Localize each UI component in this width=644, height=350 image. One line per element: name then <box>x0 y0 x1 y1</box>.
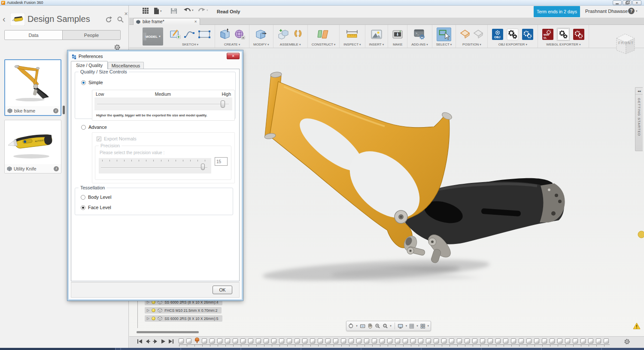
tab-size-quality[interactable]: Size / Quality <box>71 61 108 69</box>
timeline-feature-slot[interactable] <box>202 338 207 344</box>
window-close-button[interactable]: ✕ <box>632 0 641 5</box>
browser-item-bearing-5[interactable]: ▷ SS 6000 2RS (8 X 10 X 26mm):5 <box>145 315 222 322</box>
timeline-feature-slot[interactable] <box>426 338 431 344</box>
dialog-titlebar[interactable]: Preferences <box>69 52 242 61</box>
timeline-feature-slot[interactable] <box>287 338 292 344</box>
grid-snap-icon[interactable] <box>409 323 414 329</box>
rectangle-tool-icon[interactable] <box>198 30 211 39</box>
timeline-feature-slot[interactable] <box>295 338 300 344</box>
timeline-feature-slot[interactable] <box>318 338 323 344</box>
create-sketch-icon[interactable] <box>170 29 181 40</box>
tab-data[interactable]: Data <box>5 30 62 40</box>
face-level-radio-row[interactable]: Face Level <box>81 205 111 210</box>
timeline-feature-slot[interactable] <box>256 338 261 344</box>
timeline-feature-slot[interactable] <box>441 338 447 344</box>
timeline-feature-slot[interactable] <box>449 338 454 344</box>
timeline-feature-slot[interactable] <box>604 338 609 344</box>
timeline-feature-slot[interactable] <box>233 338 238 344</box>
insert-image-icon[interactable] <box>371 29 383 40</box>
press-pull-icon[interactable] <box>255 28 267 40</box>
ribbon-group-label[interactable]: INSERT <box>369 43 382 46</box>
save-button[interactable] <box>170 7 177 14</box>
slider-track[interactable] <box>101 167 207 168</box>
ribbon-group-label[interactable]: MAKE <box>393 43 403 46</box>
obj-export-icon[interactable]: OBJ <box>492 28 504 40</box>
timeline-feature-slot[interactable] <box>511 338 516 344</box>
ribbon-group-label[interactable]: OBJ EXPORTER <box>498 43 525 46</box>
tab-miscellaneous[interactable]: Miscellaneous <box>108 62 144 69</box>
select-tool-icon[interactable] <box>437 27 451 41</box>
window-minimize-button[interactable] <box>613 0 622 5</box>
timeline-feature-slot[interactable] <box>542 338 547 344</box>
timeline-feature-slot[interactable] <box>302 338 307 344</box>
ribbon-group-label[interactable]: CONSTRUCT <box>312 43 333 46</box>
browser-item-fhcs-2[interactable]: ▷ FHCS M10 21.5mm X 0.70mm:2 <box>145 307 222 313</box>
timeline-feature-slot[interactable] <box>534 338 539 344</box>
obj-gears-icon[interactable] <box>507 28 519 40</box>
timeline-feature-slot[interactable] <box>240 338 246 344</box>
radio-simple[interactable] <box>81 80 86 85</box>
ribbon-group-label[interactable]: SKETCH <box>182 43 196 46</box>
precision-slider[interactable] <box>99 158 211 173</box>
timeline-feature-slot[interactable] <box>279 338 284 344</box>
tab-close-icon[interactable]: ✕ <box>194 20 197 24</box>
ribbon-group-label[interactable]: CREATE <box>224 43 238 46</box>
timeline-feature-slot[interactable] <box>333 338 338 344</box>
extrude-icon[interactable] <box>219 28 231 40</box>
timeline-feature-slot[interactable] <box>372 338 377 344</box>
3d-print-icon[interactable] <box>392 29 403 40</box>
timeline-feature-slot[interactable] <box>186 338 191 344</box>
radio-face-level[interactable] <box>81 205 85 210</box>
visibility-bulb-icon[interactable] <box>152 317 155 320</box>
expand-triangle-icon[interactable]: ▷ <box>147 300 149 304</box>
timeline-feature-slot[interactable] <box>472 338 477 344</box>
timeline-pin-marker[interactable] <box>194 338 199 344</box>
body-level-radio-row[interactable]: Body Level <box>81 195 111 200</box>
skip-to-start-icon[interactable] <box>137 339 143 344</box>
timeline-feature-slot[interactable] <box>573 338 578 344</box>
term-ends-button[interactable]: Term ends in 2 days <box>534 6 580 17</box>
viewports-icon[interactable] <box>420 323 425 329</box>
quality-slider[interactable] <box>94 97 232 110</box>
undo-button[interactable]: ▾ <box>183 7 194 13</box>
chevron-down-icon[interactable]: ▾ <box>416 324 418 328</box>
design-card-utility-knife[interactable]: AUTODESK Utility Knife i <box>4 120 61 173</box>
design-card-bike-frame[interactable]: bike frame i <box>4 59 61 116</box>
window-restore-button[interactable] <box>623 0 632 5</box>
timeline-feature-slot[interactable] <box>495 338 501 344</box>
timeline-feature-slot[interactable] <box>264 338 269 344</box>
new-component-icon[interactable] <box>277 28 289 40</box>
timeline-feature-slot[interactable] <box>310 338 315 344</box>
zoom-icon[interactable] <box>375 323 380 329</box>
timeline-feature-slot[interactable] <box>410 338 416 344</box>
browser-horizontal-scrollbar[interactable] <box>137 331 199 333</box>
timeline-feature-slot[interactable] <box>356 338 361 344</box>
advance-radio-row[interactable]: Advance <box>81 125 107 130</box>
ribbon-group-label[interactable]: POSITION <box>462 43 479 46</box>
obj-app-icon[interactable] <box>522 28 534 40</box>
precision-value-field[interactable]: 15 <box>215 157 228 166</box>
precision-slider-handle[interactable] <box>201 164 205 170</box>
workspace-selector-model[interactable]: MODEL ▾ <box>143 27 163 46</box>
collapse-icon[interactable]: ◀◀ <box>635 88 643 94</box>
orbit-icon[interactable] <box>348 323 354 329</box>
timeline-gear-icon[interactable] <box>624 338 630 345</box>
webgl-app-icon[interactable] <box>573 28 585 40</box>
ok-button[interactable]: OK <box>213 286 232 294</box>
info-icon[interactable]: i <box>53 108 58 113</box>
display-settings-icon[interactable] <box>398 323 403 329</box>
timeline-feature-slot[interactable] <box>488 338 493 344</box>
viewcube-front-label[interactable]: FRONT <box>617 41 635 45</box>
timeline-feature-slot[interactable] <box>341 338 346 344</box>
file-menu-button[interactable]: ▾ <box>153 7 162 15</box>
radio-body-level[interactable] <box>81 195 85 200</box>
timeline-feature-slot[interactable] <box>380 338 385 344</box>
step-back-icon[interactable] <box>145 339 150 344</box>
ribbon-group-label[interactable]: SELECT <box>436 43 450 46</box>
simple-radio-row[interactable]: Simple <box>81 80 103 85</box>
export-normals-checkbox[interactable]: ✓ <box>97 137 101 141</box>
timeline-feature-slot[interactable] <box>526 338 532 344</box>
timeline-feature-slot[interactable] <box>387 338 392 344</box>
zoom-window-icon[interactable] <box>383 323 388 329</box>
timeline-feature-slot[interactable] <box>271 338 276 344</box>
